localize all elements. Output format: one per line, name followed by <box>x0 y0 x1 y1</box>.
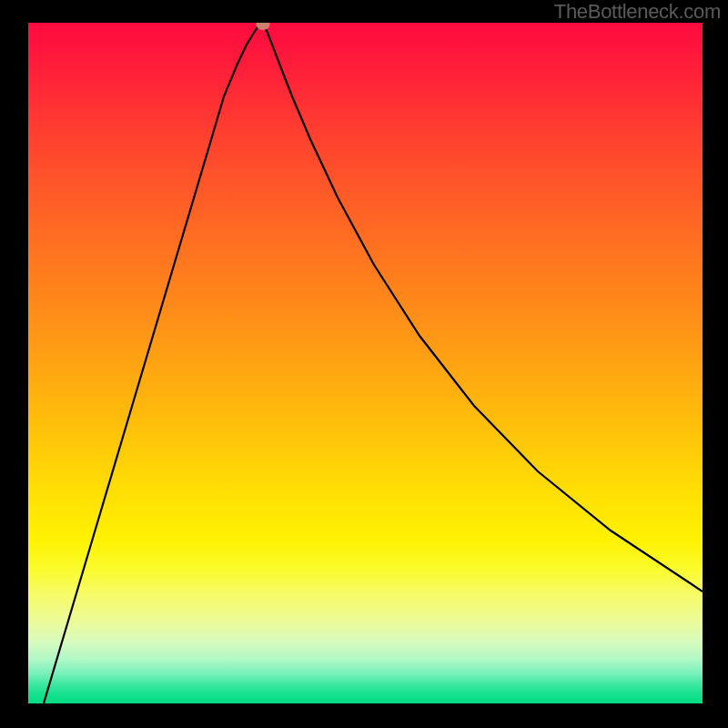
chart-curve <box>28 23 703 703</box>
chart-frame <box>28 23 703 703</box>
watermark-text: TheBottleneck.com <box>554 0 721 24</box>
curve-path <box>44 25 703 703</box>
